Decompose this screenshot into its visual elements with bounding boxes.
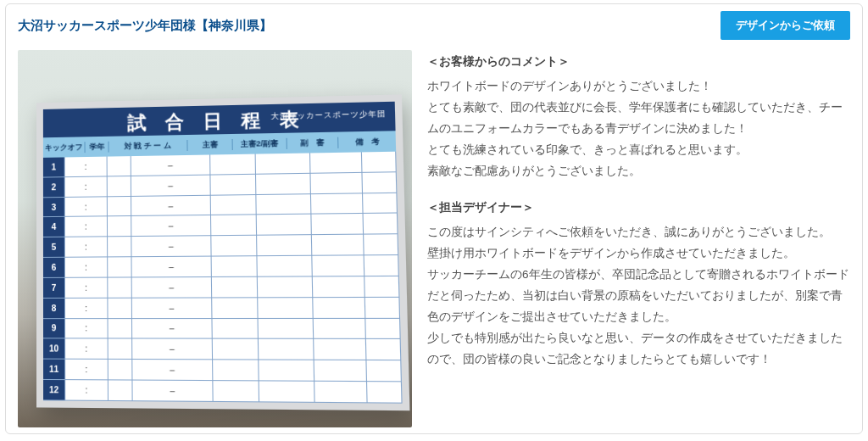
row-grade bbox=[108, 216, 131, 236]
row-number: 4 bbox=[43, 217, 65, 237]
row-number: 10 bbox=[43, 339, 65, 359]
row-ref2 bbox=[257, 215, 312, 235]
row-kickoff: : bbox=[65, 380, 108, 400]
row-ref1 bbox=[213, 360, 259, 380]
text-column: ＜お客様からのコメント＞ ホワイトボードのデザインありがとうございました！ とて… bbox=[427, 50, 850, 427]
designer-comment-line: 壁掛け用ホワイトボードをデザインから作成させていただきました。 bbox=[427, 243, 850, 265]
col-team: 対 戦 チ ー ム bbox=[109, 139, 188, 152]
row-ref1 bbox=[210, 154, 256, 175]
customer-comment-line: とても洗練されている印象で、きっと喜ばれると思います。 bbox=[427, 140, 850, 161]
row-team: – bbox=[132, 298, 213, 317]
row-kickoff: : bbox=[65, 197, 108, 216]
row-kickoff: : bbox=[65, 176, 108, 196]
row-ref3 bbox=[312, 235, 364, 255]
row-kickoff: : bbox=[65, 257, 108, 276]
row-memo bbox=[366, 360, 401, 381]
row-ref2 bbox=[259, 318, 314, 338]
row-ref2 bbox=[258, 276, 313, 297]
customer-comment-heading: ＜お客様からのコメント＞ bbox=[427, 52, 850, 73]
row-team: – bbox=[131, 236, 211, 256]
row-ref3 bbox=[314, 382, 367, 402]
board-row: 9:– bbox=[43, 318, 401, 339]
designer-comment-line: サッカーチームの6年生の皆様が、卒団記念品として寄贈されるホワイトボードだと伺っ… bbox=[427, 265, 850, 328]
design-request-button[interactable]: デザインからご依頼 bbox=[721, 11, 850, 40]
row-team: – bbox=[132, 257, 212, 277]
row-ref1 bbox=[212, 298, 258, 317]
case-title: 大沼サッカースポーツ少年団様【神奈川県】 bbox=[18, 18, 272, 34]
card-header: 大沼サッカースポーツ少年団様【神奈川県】 デザインからご依頼 bbox=[6, 4, 862, 45]
col-kickoff: キックオフ bbox=[43, 142, 86, 154]
row-memo bbox=[364, 255, 399, 276]
row-ref3 bbox=[313, 298, 365, 318]
row-team: – bbox=[131, 175, 211, 195]
board-row: 8:– bbox=[43, 298, 400, 319]
row-kickoff: : bbox=[65, 157, 108, 176]
row-number: 5 bbox=[43, 237, 65, 257]
col-memo: 備 考 bbox=[338, 136, 396, 148]
row-ref2 bbox=[258, 298, 314, 318]
row-grade bbox=[108, 298, 132, 317]
row-kickoff: : bbox=[65, 319, 108, 338]
row-memo bbox=[364, 214, 398, 234]
designer-comment-line: 少しでも特別感が出たら良いなと思い、データの作成をさせていただきましたので、団の… bbox=[427, 328, 850, 371]
row-number: 1 bbox=[43, 157, 65, 176]
row-ref1 bbox=[212, 277, 258, 298]
row-ref2 bbox=[256, 194, 311, 215]
row-ref1 bbox=[211, 236, 257, 256]
row-grade bbox=[108, 380, 133, 400]
row-kickoff: : bbox=[65, 298, 108, 317]
row-memo bbox=[362, 152, 397, 172]
board-org-name: 大沼サッカースポーツ少年団 bbox=[270, 109, 386, 122]
row-number: 3 bbox=[43, 198, 65, 217]
designer-comment-line: この度はサインシティへご依頼をいただき、誠にありがとうございました。 bbox=[427, 222, 850, 243]
designer-comment-heading: ＜担当デザイナー＞ bbox=[427, 198, 850, 219]
row-ref1 bbox=[211, 215, 257, 236]
row-ref3 bbox=[312, 255, 364, 276]
row-ref2 bbox=[259, 339, 314, 360]
row-memo bbox=[364, 276, 399, 297]
row-ref1 bbox=[210, 175, 256, 195]
row-memo bbox=[366, 339, 401, 360]
row-ref2 bbox=[257, 256, 312, 276]
row-ref3 bbox=[310, 152, 362, 172]
row-ref2 bbox=[256, 174, 311, 194]
row-number: 7 bbox=[43, 278, 65, 298]
row-ref3 bbox=[311, 173, 364, 193]
row-memo bbox=[364, 234, 398, 254]
row-ref2 bbox=[259, 360, 314, 381]
case-card: 大沼サッカースポーツ少年団様【神奈川県】 デザインからご依頼 試 合 日 程 表… bbox=[5, 3, 863, 434]
col-ref2: 主審2/副審 bbox=[233, 137, 287, 149]
row-grade bbox=[108, 237, 131, 256]
row-team: – bbox=[132, 319, 213, 338]
row-number: 11 bbox=[43, 360, 65, 379]
row-team: – bbox=[132, 360, 213, 380]
row-ref3 bbox=[314, 318, 366, 338]
row-kickoff: : bbox=[65, 360, 108, 379]
row-kickoff: : bbox=[65, 217, 108, 237]
row-ref3 bbox=[314, 339, 366, 360]
row-ref1 bbox=[211, 195, 257, 215]
board-row: 12:– bbox=[43, 380, 403, 404]
row-ref1 bbox=[212, 318, 258, 338]
board-row: 4:– bbox=[43, 214, 398, 237]
row-ref3 bbox=[314, 360, 367, 381]
row-kickoff: : bbox=[65, 237, 108, 257]
row-number: 9 bbox=[43, 319, 65, 338]
row-number: 12 bbox=[43, 380, 65, 399]
row-memo bbox=[365, 298, 400, 318]
row-team: – bbox=[132, 381, 213, 401]
row-grade bbox=[108, 257, 131, 276]
row-ref3 bbox=[311, 214, 364, 234]
row-number: 6 bbox=[43, 258, 65, 277]
row-grade bbox=[108, 360, 133, 379]
row-grade bbox=[108, 176, 131, 196]
row-team: – bbox=[131, 215, 211, 236]
row-ref1 bbox=[212, 256, 258, 276]
customer-comment-line: とても素敵で、団の代表並びに会長、学年保護者にも確認していただき、チームのユニフ… bbox=[427, 98, 850, 140]
row-memo bbox=[363, 193, 398, 213]
customer-comment-line: ホワイトボードのデザインありがとうございました！ bbox=[427, 76, 850, 98]
col-ref1: 主審 bbox=[187, 138, 232, 150]
row-ref3 bbox=[313, 276, 365, 297]
row-ref2 bbox=[256, 153, 311, 173]
row-ref1 bbox=[213, 381, 259, 401]
